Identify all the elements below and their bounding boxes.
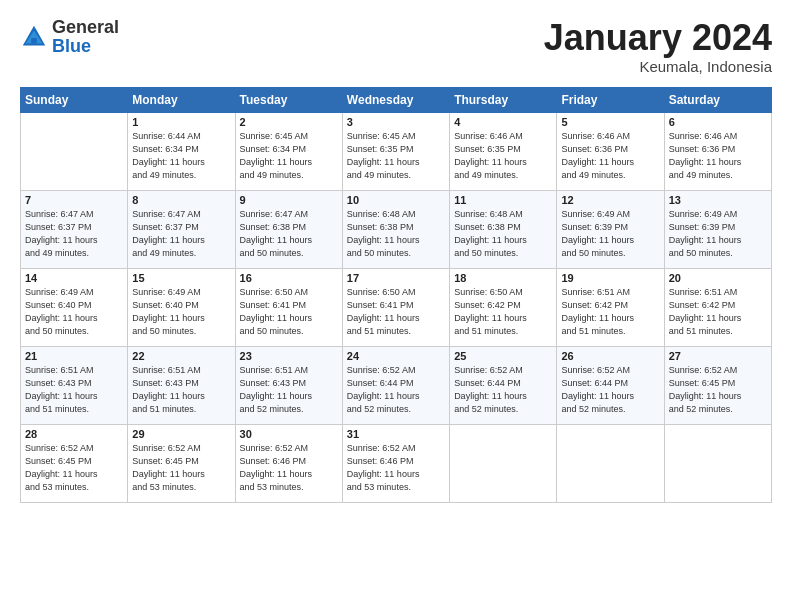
day-info: Sunrise: 6:51 AMSunset: 6:42 PMDaylight:… <box>561 286 659 338</box>
day-info: Sunrise: 6:49 AMSunset: 6:39 PMDaylight:… <box>561 208 659 260</box>
day-info: Sunrise: 6:51 AMSunset: 6:42 PMDaylight:… <box>669 286 767 338</box>
day-info: Sunrise: 6:48 AMSunset: 6:38 PMDaylight:… <box>454 208 552 260</box>
calendar-cell: 24Sunrise: 6:52 AMSunset: 6:44 PMDayligh… <box>342 346 449 424</box>
day-number: 5 <box>561 116 659 128</box>
day-number: 25 <box>454 350 552 362</box>
calendar-cell: 17Sunrise: 6:50 AMSunset: 6:41 PMDayligh… <box>342 268 449 346</box>
calendar-cell: 14Sunrise: 6:49 AMSunset: 6:40 PMDayligh… <box>21 268 128 346</box>
day-info: Sunrise: 6:51 AMSunset: 6:43 PMDaylight:… <box>240 364 338 416</box>
calendar-cell: 19Sunrise: 6:51 AMSunset: 6:42 PMDayligh… <box>557 268 664 346</box>
calendar-cell: 23Sunrise: 6:51 AMSunset: 6:43 PMDayligh… <box>235 346 342 424</box>
calendar-week-3: 14Sunrise: 6:49 AMSunset: 6:40 PMDayligh… <box>21 268 772 346</box>
day-info: Sunrise: 6:49 AMSunset: 6:40 PMDaylight:… <box>25 286 123 338</box>
location: Keumala, Indonesia <box>544 58 772 75</box>
weekday-header-friday: Friday <box>557 87 664 112</box>
day-number: 6 <box>669 116 767 128</box>
day-number: 17 <box>347 272 445 284</box>
day-info: Sunrise: 6:47 AMSunset: 6:38 PMDaylight:… <box>240 208 338 260</box>
calendar-cell: 26Sunrise: 6:52 AMSunset: 6:44 PMDayligh… <box>557 346 664 424</box>
day-info: Sunrise: 6:46 AMSunset: 6:36 PMDaylight:… <box>561 130 659 182</box>
calendar-cell: 31Sunrise: 6:52 AMSunset: 6:46 PMDayligh… <box>342 424 449 502</box>
day-number: 29 <box>132 428 230 440</box>
logo-icon <box>20 23 48 51</box>
day-number: 18 <box>454 272 552 284</box>
calendar-cell: 12Sunrise: 6:49 AMSunset: 6:39 PMDayligh… <box>557 190 664 268</box>
calendar-cell <box>450 424 557 502</box>
day-number: 3 <box>347 116 445 128</box>
header: General Blue January 2024 Keumala, Indon… <box>20 18 772 75</box>
day-info: Sunrise: 6:52 AMSunset: 6:46 PMDaylight:… <box>347 442 445 494</box>
day-number: 28 <box>25 428 123 440</box>
weekday-header-monday: Monday <box>128 87 235 112</box>
calendar-cell: 15Sunrise: 6:49 AMSunset: 6:40 PMDayligh… <box>128 268 235 346</box>
logo: General Blue <box>20 18 119 56</box>
calendar-week-5: 28Sunrise: 6:52 AMSunset: 6:45 PMDayligh… <box>21 424 772 502</box>
day-info: Sunrise: 6:47 AMSunset: 6:37 PMDaylight:… <box>132 208 230 260</box>
day-info: Sunrise: 6:44 AMSunset: 6:34 PMDaylight:… <box>132 130 230 182</box>
calendar-cell: 25Sunrise: 6:52 AMSunset: 6:44 PMDayligh… <box>450 346 557 424</box>
day-info: Sunrise: 6:52 AMSunset: 6:44 PMDaylight:… <box>561 364 659 416</box>
day-info: Sunrise: 6:49 AMSunset: 6:39 PMDaylight:… <box>669 208 767 260</box>
calendar-cell: 20Sunrise: 6:51 AMSunset: 6:42 PMDayligh… <box>664 268 771 346</box>
calendar-week-4: 21Sunrise: 6:51 AMSunset: 6:43 PMDayligh… <box>21 346 772 424</box>
calendar-cell: 4Sunrise: 6:46 AMSunset: 6:35 PMDaylight… <box>450 112 557 190</box>
svg-rect-2 <box>31 38 37 44</box>
day-number: 20 <box>669 272 767 284</box>
day-number: 26 <box>561 350 659 362</box>
calendar-week-2: 7Sunrise: 6:47 AMSunset: 6:37 PMDaylight… <box>21 190 772 268</box>
day-number: 12 <box>561 194 659 206</box>
day-info: Sunrise: 6:52 AMSunset: 6:45 PMDaylight:… <box>132 442 230 494</box>
calendar-cell: 27Sunrise: 6:52 AMSunset: 6:45 PMDayligh… <box>664 346 771 424</box>
day-info: Sunrise: 6:50 AMSunset: 6:41 PMDaylight:… <box>347 286 445 338</box>
day-number: 21 <box>25 350 123 362</box>
calendar-cell <box>664 424 771 502</box>
day-info: Sunrise: 6:45 AMSunset: 6:34 PMDaylight:… <box>240 130 338 182</box>
calendar-cell: 3Sunrise: 6:45 AMSunset: 6:35 PMDaylight… <box>342 112 449 190</box>
day-number: 13 <box>669 194 767 206</box>
weekday-header-wednesday: Wednesday <box>342 87 449 112</box>
day-info: Sunrise: 6:51 AMSunset: 6:43 PMDaylight:… <box>132 364 230 416</box>
day-number: 8 <box>132 194 230 206</box>
day-info: Sunrise: 6:49 AMSunset: 6:40 PMDaylight:… <box>132 286 230 338</box>
day-number: 19 <box>561 272 659 284</box>
calendar-cell: 28Sunrise: 6:52 AMSunset: 6:45 PMDayligh… <box>21 424 128 502</box>
day-number: 24 <box>347 350 445 362</box>
month-title: January 2024 <box>544 18 772 58</box>
calendar-cell <box>557 424 664 502</box>
calendar-cell: 9Sunrise: 6:47 AMSunset: 6:38 PMDaylight… <box>235 190 342 268</box>
weekday-header-sunday: Sunday <box>21 87 128 112</box>
calendar-cell: 30Sunrise: 6:52 AMSunset: 6:46 PMDayligh… <box>235 424 342 502</box>
day-number: 22 <box>132 350 230 362</box>
calendar-cell: 10Sunrise: 6:48 AMSunset: 6:38 PMDayligh… <box>342 190 449 268</box>
day-info: Sunrise: 6:46 AMSunset: 6:36 PMDaylight:… <box>669 130 767 182</box>
calendar-cell: 22Sunrise: 6:51 AMSunset: 6:43 PMDayligh… <box>128 346 235 424</box>
day-info: Sunrise: 6:52 AMSunset: 6:44 PMDaylight:… <box>454 364 552 416</box>
day-info: Sunrise: 6:46 AMSunset: 6:35 PMDaylight:… <box>454 130 552 182</box>
day-number: 9 <box>240 194 338 206</box>
calendar-cell: 6Sunrise: 6:46 AMSunset: 6:36 PMDaylight… <box>664 112 771 190</box>
day-info: Sunrise: 6:52 AMSunset: 6:46 PMDaylight:… <box>240 442 338 494</box>
page: General Blue January 2024 Keumala, Indon… <box>0 0 792 513</box>
title-block: January 2024 Keumala, Indonesia <box>544 18 772 75</box>
calendar-cell: 7Sunrise: 6:47 AMSunset: 6:37 PMDaylight… <box>21 190 128 268</box>
day-info: Sunrise: 6:45 AMSunset: 6:35 PMDaylight:… <box>347 130 445 182</box>
calendar-cell: 18Sunrise: 6:50 AMSunset: 6:42 PMDayligh… <box>450 268 557 346</box>
calendar-cell <box>21 112 128 190</box>
calendar-week-1: 1Sunrise: 6:44 AMSunset: 6:34 PMDaylight… <box>21 112 772 190</box>
day-number: 31 <box>347 428 445 440</box>
day-number: 11 <box>454 194 552 206</box>
day-number: 27 <box>669 350 767 362</box>
calendar-cell: 29Sunrise: 6:52 AMSunset: 6:45 PMDayligh… <box>128 424 235 502</box>
logo-text: General Blue <box>52 18 119 56</box>
day-info: Sunrise: 6:52 AMSunset: 6:44 PMDaylight:… <box>347 364 445 416</box>
day-info: Sunrise: 6:48 AMSunset: 6:38 PMDaylight:… <box>347 208 445 260</box>
day-number: 16 <box>240 272 338 284</box>
day-number: 2 <box>240 116 338 128</box>
day-number: 4 <box>454 116 552 128</box>
day-number: 30 <box>240 428 338 440</box>
day-number: 14 <box>25 272 123 284</box>
weekday-header-saturday: Saturday <box>664 87 771 112</box>
calendar-cell: 21Sunrise: 6:51 AMSunset: 6:43 PMDayligh… <box>21 346 128 424</box>
calendar-cell: 13Sunrise: 6:49 AMSunset: 6:39 PMDayligh… <box>664 190 771 268</box>
day-number: 7 <box>25 194 123 206</box>
